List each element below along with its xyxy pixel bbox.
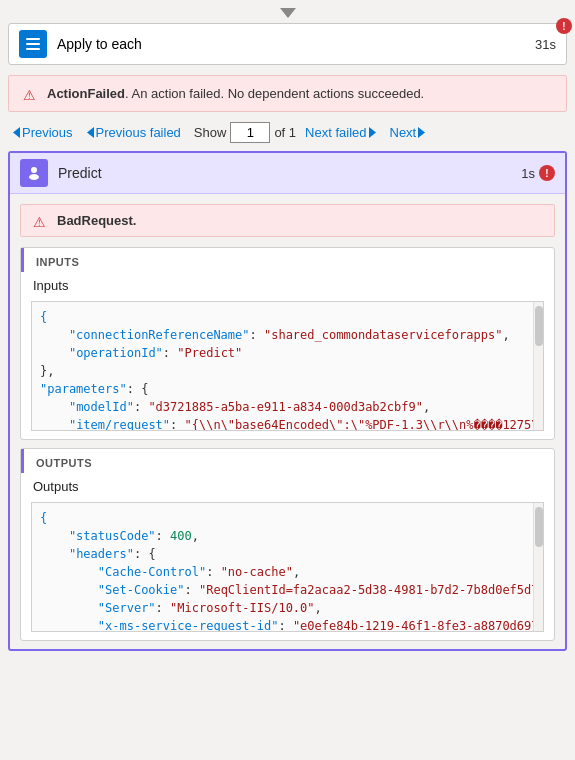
inputs-code: { "connectionReferenceName": "shared_com… [40,308,535,430]
svg-marker-7 [418,127,425,138]
show-label: Show [194,125,227,140]
bad-request-text: BadRequest. [57,213,136,228]
svg-rect-3 [26,48,40,50]
outputs-inner-label: Outputs [21,473,554,498]
svg-marker-0 [280,8,296,18]
action-failed-bold: ActionFailed [47,86,125,101]
inputs-code-scroll[interactable]: { "connectionReferenceName": "shared_com… [32,302,543,430]
next-failed-button[interactable]: Next failed [300,122,380,143]
bad-request-banner: BadRequest. [20,204,555,237]
outputs-code-box[interactable]: { "statusCode": 400, "headers": { "Cache… [31,502,544,632]
svg-rect-2 [26,43,40,45]
bad-request-icon [33,214,49,228]
svg-marker-5 [87,127,94,138]
outputs-code-scroll[interactable]: { "statusCode": 400, "headers": { "Cache… [32,503,543,631]
outputs-scrollbar-y[interactable] [533,503,543,631]
next-button[interactable]: Next [385,122,431,143]
inputs-scrollbar-thumb [535,306,543,346]
svg-marker-4 [13,127,20,138]
apply-each-title: Apply to each [57,36,535,52]
svg-point-8 [31,167,37,173]
predict-icon [20,159,48,187]
svg-rect-1 [26,38,40,40]
svg-marker-6 [369,127,376,138]
predict-title: Predict [58,165,521,181]
pagination-bar: Previous Previous failed Show of 1 Next … [0,112,575,151]
warning-icon [23,87,39,101]
total-pages: of 1 [274,125,296,140]
apply-to-each-header: Apply to each 31s ! [8,23,567,65]
apply-each-time: 31s [535,37,556,52]
action-failed-banner: ActionFailed. An action failed. No depen… [8,75,567,112]
predict-container: Predict 1s ! BadRequest. INPUTS Inputs {… [8,151,567,651]
inputs-code-box[interactable]: { "connectionReferenceName": "shared_com… [31,301,544,431]
action-failed-text: ActionFailed. An action failed. No depen… [47,86,424,101]
inputs-scrollbar-y[interactable] [533,302,543,430]
predict-time: 1s [521,166,535,181]
outputs-code: { "statusCode": 400, "headers": { "Cache… [40,509,535,631]
previous-button[interactable]: Previous [8,122,78,143]
outputs-section-label: OUTPUTS [21,449,554,473]
apply-each-icon [19,30,47,58]
inputs-inner-label: Inputs [21,272,554,297]
outputs-scrollbar-thumb [535,507,543,547]
top-chevron [0,0,575,23]
svg-point-9 [29,174,39,180]
previous-failed-button[interactable]: Previous failed [82,122,186,143]
inputs-scrollbar-x[interactable] [32,430,543,431]
outputs-section: OUTPUTS Outputs { "statusCode": 400, "he… [20,448,555,641]
outputs-scrollbar-x[interactable] [32,631,543,632]
apply-error-badge: ! [556,18,572,34]
inputs-section: INPUTS Inputs { "connectionReferenceName… [20,247,555,440]
inputs-section-label: INPUTS [21,248,554,272]
predict-header: Predict 1s ! [10,153,565,194]
page-number-input[interactable] [230,122,270,143]
predict-error-badge: ! [539,165,555,181]
action-failed-detail: . An action failed. No dependent actions… [125,86,424,101]
